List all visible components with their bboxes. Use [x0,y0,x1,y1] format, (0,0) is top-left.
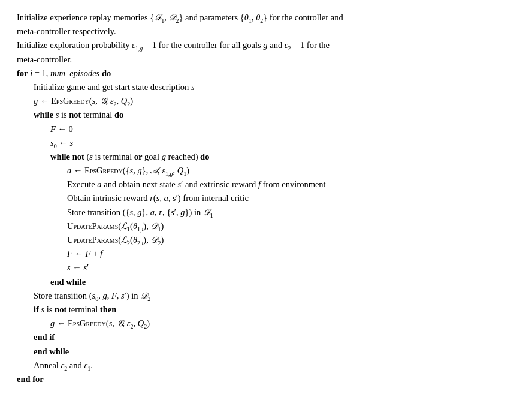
end-while2-line: end while [17,275,515,289]
f-update-line: F ← F + f [17,247,515,261]
init-game-line: Initialize game and get start state desc… [17,80,515,94]
if-not-terminal-line: if s is not terminal then [17,303,515,317]
s-update-line: s ← s′ [17,261,515,275]
s0-assign-line: s0 ← s [17,136,515,150]
algorithm-block: Initialize experience replay memories {𝒟… [17,11,515,386]
while-not-terminal-line: while not (s is terminal or goal g reach… [17,150,515,164]
store-transition1-line: Store transition ({s, g}, a, r, {s′, g})… [17,206,515,219]
for-loop-header: for i = 1, num_episodes do [17,67,515,80]
end-if-line: end if [17,330,515,344]
init-replay-line: Initialize experience replay memories {𝒟… [17,11,515,25]
execute-line: Execute a and obtain next state s′ and e… [17,178,515,191]
end-while1-line: end while [17,345,515,359]
while-s-terminal: while s is not terminal do [17,108,515,122]
end-for-line: end for [17,372,515,386]
init-exploration-line: Initialize exploration probability ε1,g … [17,38,515,52]
store-transition2-line: Store transition (s0, g, F, s′) in 𝒟2 [17,289,515,303]
update-params2-line: UpdateParams(ℒ2(θ2,i), 𝒟2) [17,233,515,247]
g-assign2-line: g ← EpsGreedy(s, 𝒢, ε2, Q2) [17,317,515,330]
init-replay-line2: meta-controller respectively. [17,25,515,38]
g-assign-line: g ← EpsGreedy(s, 𝒢, ε2, Q2) [17,94,515,108]
a-assign-line: a ← EpsGreedy({s, g}, 𝒜, ε1,g, Q1) [17,164,515,178]
f-init-line: F ← 0 [17,122,515,136]
anneal-line: Anneal ε2 and ε1. [17,359,515,372]
update-params1-line: UpdateParams(ℒ1(θ1,i), 𝒟1) [17,219,515,233]
init-exploration-line2: meta-controller. [17,53,515,67]
intrinsic-reward-line: Obtain intrinsic reward r(s, a, s′) from… [17,191,515,205]
